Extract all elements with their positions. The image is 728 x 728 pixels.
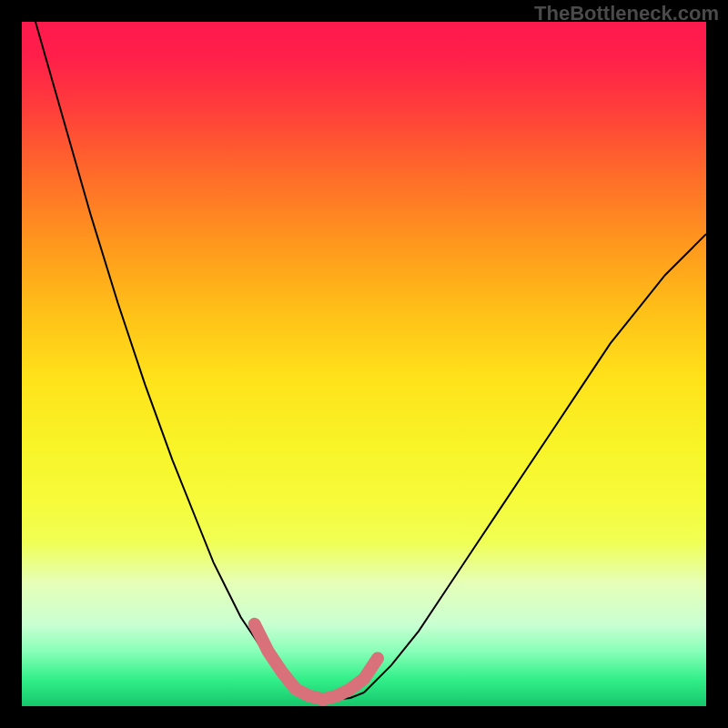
thick-overlay-path — [255, 624, 378, 700]
left-curve-path — [35, 22, 296, 693]
chart-frame: TheBottleneck.com — [0, 0, 728, 728]
plot-area — [22, 22, 706, 706]
chart-svg — [22, 22, 706, 706]
right-curve-path — [364, 234, 706, 693]
